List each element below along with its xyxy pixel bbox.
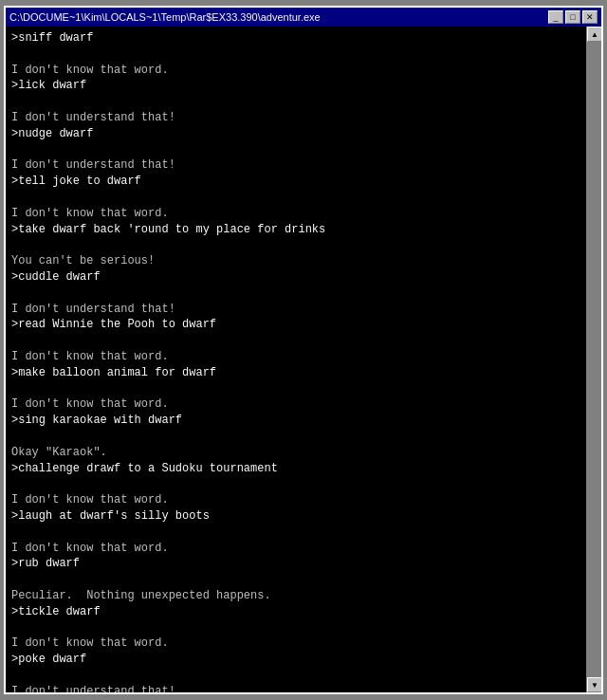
response-line: I don't understand that! — [11, 303, 175, 316]
title-bar-left: C:\DOCUME~1\Kim\LOCALS~1\Temp\Rar$EX33.3… — [9, 11, 321, 23]
response-line: Okay "Karaok". — [11, 446, 107, 459]
window-title: C:\DOCUME~1\Kim\LOCALS~1\Temp\Rar$EX33.3… — [9, 11, 321, 23]
response-line: I don't know that word. — [11, 493, 169, 507]
command-line: >make balloon animal for dwarf — [11, 366, 216, 379]
close-button[interactable]: ✕ — [582, 10, 598, 24]
command-line: >lick dwarf — [11, 79, 86, 92]
scroll-down-button[interactable]: ▼ — [587, 677, 601, 692]
scroll-track — [587, 42, 601, 677]
main-content: >sniff dwarfI don't know that word.>lick… — [6, 27, 601, 692]
terminal-output[interactable]: >sniff dwarfI don't know that word.>lick… — [6, 27, 586, 692]
minimize-button[interactable]: _ — [548, 10, 563, 24]
response-line: I don't know that word. — [11, 207, 169, 220]
command-line: >challenge drawf to a Sudoku tournament — [11, 462, 278, 475]
title-bar: C:\DOCUME~1\Kim\LOCALS~1\Temp\Rar$EX33.3… — [6, 8, 601, 27]
command-line: >nudge dwarf — [11, 127, 93, 140]
response-line: I don't know that word. — [11, 636, 169, 650]
response-line: I don't know that word. — [11, 350, 169, 363]
command-line: >tell joke to dwarf — [11, 175, 141, 188]
response-line: I don't understand that! — [11, 685, 175, 692]
title-bar-buttons: _ □ ✕ — [548, 10, 598, 24]
response-line: I don't understand that! — [11, 158, 175, 172]
response-line: I don't know that word. — [11, 397, 169, 411]
response-line: You can't be serious! — [11, 254, 155, 267]
main-window: C:\DOCUME~1\Kim\LOCALS~1\Temp\Rar$EX33.3… — [4, 6, 603, 694]
command-line: >cuddle dwarf — [11, 270, 101, 284]
scroll-up-button[interactable]: ▲ — [587, 27, 601, 42]
response-line: I don't know that word. — [11, 64, 169, 77]
command-line: >sniff dwarf — [11, 31, 93, 45]
command-line: >rub dwarf — [11, 557, 80, 570]
command-line: >read Winnie the Pooh to dwarf — [11, 318, 216, 331]
response-line: Peculiar. Nothing unexpected happens. — [11, 589, 271, 602]
command-line: >take dwarf back 'round to my place for … — [11, 223, 325, 236]
maximize-button[interactable]: □ — [565, 10, 580, 24]
response-line: I don't understand that! — [11, 111, 175, 124]
command-line: >laugh at dwarf's silly boots — [11, 509, 210, 523]
command-line: >poke dwarf — [11, 653, 86, 666]
command-line: >tickle dwarf — [11, 605, 101, 618]
command-line: >sing karaokae with dwarf — [11, 414, 182, 427]
scrollbar[interactable]: ▲ ▼ — [586, 27, 601, 692]
response-line: I don't know that word. — [11, 542, 169, 555]
